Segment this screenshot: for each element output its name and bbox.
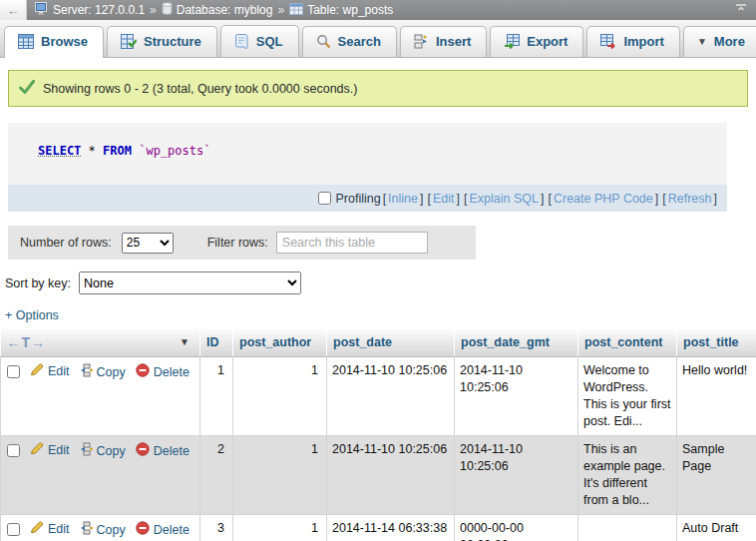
breadcrumb-table[interactable]: Table: wp_posts [289,3,393,18]
tab-browse[interactable]: Browse [4,26,104,58]
tab-export-label: Export [527,34,567,49]
header-id[interactable]: ID [200,328,233,356]
breadcrumb-server[interactable]: Server: 127.0.0.1 [35,2,145,18]
bracket: ] [420,192,423,206]
tab-export[interactable]: Export [490,26,583,57]
cell-post-date-gmt: 0000-00-00 00:00:00 [455,514,578,541]
profiling-label: Profiling [335,192,380,206]
pencil-icon [30,363,44,381]
bracket: [ [662,192,665,206]
table-row: Edit Copy Delete 3 1 2014-11-14 06:33:38… [1,514,756,541]
sort-by-key-select[interactable]: None [79,271,301,294]
bracket: [ [383,192,386,206]
tab-sql-label: SQL [256,34,283,49]
number-of-rows-select[interactable]: 25 [122,233,174,254]
tab-structure-label: Structure [144,34,201,49]
delete-label: Delete [154,443,189,460]
row-checkbox[interactable] [7,365,20,378]
breadcrumb-database[interactable]: Database: myblog [162,2,273,18]
edit-label: Edit [48,363,70,380]
cell-post-date-gmt: 2014-11-10 10:25:06 [455,356,578,435]
row-checkbox[interactable] [7,444,20,457]
chevron-down-icon: ▼ [697,36,707,47]
back-button[interactable]: ← [0,0,27,20]
collapse-console-icon[interactable]: ⌃ [736,4,746,17]
delete-link[interactable]: Delete [136,442,189,461]
copy-link[interactable]: Copy [80,442,126,461]
back-arrow-icon: ← [7,3,20,18]
options-toggle-link[interactable]: + Options [5,308,59,322]
database-icon [162,2,173,18]
header-post-date-gmt[interactable]: post_date_gmt [455,328,578,356]
tab-more[interactable]: ▼ More [683,26,756,57]
browse-icon [18,34,34,49]
copy-icon [80,521,93,540]
copy-label: Copy [97,364,126,381]
sql-icon [234,33,249,49]
profiling-checkbox[interactable] [318,192,331,205]
number-of-rows-label: Number of rows: [20,236,112,250]
delete-icon [136,442,150,461]
success-check-icon [19,80,35,97]
refresh-link[interactable]: Refresh [668,192,712,206]
breadcrumb-bar: ← Server: 127.0.0.1 » Database: myblog »… [0,0,756,20]
sql-keyword-select[interactable]: SELECT [38,144,81,158]
cell-post-content: Welcome to WordPress. This is your first… [578,356,677,435]
copy-label: Copy [97,522,126,539]
edit-query-link[interactable]: Edit [433,192,455,206]
edit-link[interactable]: Edit [30,363,70,381]
insert-icon [414,34,429,49]
header-post-content[interactable]: post_content [578,328,677,356]
copy-link[interactable]: Copy [80,363,126,382]
cell-id: 3 [200,514,233,541]
edit-link[interactable]: Edit [30,521,70,539]
delete-icon [136,363,150,382]
delete-label: Delete [154,522,189,539]
import-icon [600,34,616,49]
tab-sql[interactable]: SQL [220,25,299,57]
filter-rows-input[interactable] [276,232,428,254]
delete-label: Delete [154,364,189,381]
header-post-author[interactable]: post_author [233,328,327,356]
edit-label: Edit [48,442,70,459]
success-message-text: Showing rows 0 - 2 (3 total, Query took … [43,82,357,96]
row-controls-bar: Number of rows: 25 Filter rows: [8,226,476,260]
full-texts-left-arrow-icon[interactable]: ← [7,334,22,350]
cell-post-author: 1 [233,514,327,541]
edit-label: Edit [48,521,70,538]
tab-structure[interactable]: Structure [107,26,217,57]
full-texts-icon[interactable]: T [22,334,32,350]
copy-label: Copy [97,443,126,460]
cell-post-date: 2014-11-14 06:33:38 [327,514,455,541]
header-post-title[interactable]: post_title [677,328,756,356]
sort-caret-icon[interactable]: ▼ [180,336,189,347]
server-icon [35,2,49,18]
delete-link[interactable]: Delete [136,521,189,540]
copy-link[interactable]: Copy [80,521,126,540]
full-texts-right-arrow-icon[interactable]: → [31,334,46,350]
cell-post-title: Hello world! [677,356,756,435]
row-checkbox[interactable] [7,523,20,536]
delete-link[interactable]: Delete [136,363,189,382]
search-icon [316,34,331,49]
success-message: Showing rows 0 - 2 (3 total, Query took … [8,70,748,107]
cell-post-date-gmt: 2014-11-10 10:25:06 [455,435,578,514]
table-icon [289,3,303,18]
header-actions: ←T→ ▼ [1,328,200,356]
query-links-bar: Profiling [Inline] [Edit] [Explain SQL] … [8,185,727,212]
tab-import[interactable]: Import [586,26,679,57]
tab-insert[interactable]: Insert [400,26,487,57]
bracket: ] [714,192,717,206]
explain-sql-link[interactable]: Explain SQL [469,192,538,206]
breadcrumb-separator: » [277,3,284,17]
edit-link[interactable]: Edit [30,442,70,460]
cell-post-author: 1 [233,356,327,435]
bracket: ] [457,192,460,206]
tab-search[interactable]: Search [302,26,397,57]
copy-icon [80,363,93,382]
create-php-code-link[interactable]: Create PHP Code [554,192,653,206]
inline-link[interactable]: Inline [388,192,418,206]
header-post-date[interactable]: post_date [327,328,455,356]
bracket: [ [464,192,467,206]
tab-import-label: Import [623,34,663,49]
